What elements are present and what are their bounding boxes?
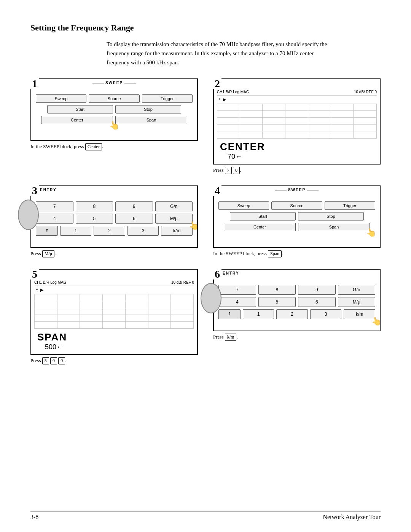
dial[interactable]: [18, 200, 39, 230]
sweep-btn-span[interactable]: Span: [115, 116, 187, 124]
entry-btn-8[interactable]: 8: [76, 201, 113, 211]
sweep-btn-start[interactable]: Start: [230, 212, 296, 220]
step-cell-6: 6 ENTRY789G/n456M/μ⇑123k/m👆Press k/m.: [213, 269, 381, 364]
finger-icon: 👆: [365, 227, 377, 238]
entry-btn-[interactable]: ⇑: [36, 226, 58, 236]
entry-btn-5[interactable]: 5: [76, 214, 113, 224]
steps-grid: 1SWEEPSweepSourceTriggerStartStopCenter👆…: [30, 78, 381, 364]
finger-icon: 👆: [188, 220, 200, 232]
dial[interactable]: [201, 283, 221, 313]
entry-btn-4[interactable]: 4: [36, 214, 73, 224]
sweep-btn-source[interactable]: Source: [271, 201, 322, 210]
display-box-2: 2CH1 B/R Log MAG10 dB/ REF 0*▶CENTER70←: [213, 78, 381, 165]
footer-page: 3-8: [30, 514, 38, 521]
sweep-btn-stop[interactable]: Stop: [115, 105, 181, 113]
sweep-btn-trigger[interactable]: Trigger: [142, 94, 193, 103]
sweep-btn-center[interactable]: Center: [224, 223, 296, 231]
sweep-btn-source[interactable]: Source: [89, 94, 139, 103]
entry-btn-9[interactable]: 9: [298, 285, 336, 295]
step-caption-1: In the SWEEP block, press Center.: [30, 143, 103, 150]
display-header-left: CH1 B/R Log MAG: [34, 280, 66, 284]
display-header-right: 10 dB/ REF 0: [354, 90, 377, 94]
entry-box-6: 6 ENTRY789G/n456M/μ⇑123k/m👆: [213, 269, 381, 331]
entry-btn-3[interactable]: 3: [310, 309, 342, 319]
sweep-btn-trigger[interactable]: Trigger: [325, 201, 375, 210]
entry-btn-2[interactable]: 2: [276, 309, 308, 319]
sweep-box-1: 1SWEEPSweepSourceTriggerStartStopCenter👆…: [30, 78, 198, 141]
display-big-value: 500←: [45, 343, 194, 351]
entry-btn-m[interactable]: M/μ👆: [155, 214, 193, 224]
entry-btn-6[interactable]: 6: [115, 214, 153, 224]
entry-btn-[interactable]: ⇑: [218, 309, 241, 319]
finger-icon: 👆: [108, 120, 120, 131]
step-cell-3: 3 ENTRY789G/n456M/μ👆⇑123k/mPress M/μ.: [30, 185, 198, 257]
display-header-right: 10 dB/ REF 0: [171, 280, 194, 284]
entry-btn-4[interactable]: 4: [218, 297, 256, 307]
display-star: *: [218, 97, 221, 102]
sweep-btn-center[interactable]: Center👆: [41, 116, 113, 124]
display-big-value: 70←: [228, 153, 377, 161]
step-caption-6: Press k/m.: [213, 334, 238, 341]
display-big-label: CENTER: [220, 141, 377, 153]
entry-box-3: 3 ENTRY789G/n456M/μ👆⇑123k/m: [30, 185, 198, 248]
entry-btn-1[interactable]: 1: [243, 309, 274, 319]
footer: 3-8 Network Analyzer Tour: [30, 511, 381, 521]
display-arrow: ▶: [40, 288, 43, 292]
page-title: Setting the Frequency Range: [30, 23, 381, 33]
entry-btn-7[interactable]: 7: [218, 285, 256, 295]
step-cell-1: 1SWEEPSweepSourceTriggerStartStopCenter👆…: [30, 78, 198, 174]
entry-btn-m[interactable]: M/μ: [338, 297, 376, 307]
intro-text: To display the transmission characterist…: [107, 40, 327, 67]
entry-btn-km[interactable]: k/m👆: [344, 309, 375, 319]
entry-btn-1[interactable]: 1: [60, 226, 92, 236]
entry-btn-6[interactable]: 6: [298, 297, 336, 307]
display-box-5: 5CH1 B/R Log MAG10 dB/ REF 0*▶SPAN500←: [30, 269, 198, 355]
sweep-btn-sweep[interactable]: Sweep: [218, 201, 269, 210]
display-big-label: SPAN: [37, 331, 194, 343]
display-star: *: [36, 288, 38, 292]
step-cell-5: 5CH1 B/R Log MAG10 dB/ REF 0*▶SPAN500←Pr…: [30, 269, 198, 364]
entry-btn-7[interactable]: 7: [36, 201, 73, 211]
entry-btn-gn[interactable]: G/n: [338, 285, 376, 295]
step-caption-2: Press 7 0.: [213, 167, 241, 174]
sweep-btn-stop[interactable]: Stop: [298, 212, 364, 220]
step-caption-3: Press M/μ.: [30, 250, 56, 257]
step-caption-5: Press 5 0 0.: [30, 357, 66, 364]
entry-btn-8[interactable]: 8: [258, 285, 296, 295]
step-cell-2: 2CH1 B/R Log MAG10 dB/ REF 0*▶CENTER70←P…: [213, 78, 381, 174]
sweep-btn-start[interactable]: Start: [47, 105, 113, 113]
entry-btn-9[interactable]: 9: [115, 201, 153, 211]
display-grid: [34, 294, 194, 329]
sweep-btn-span[interactable]: Span👆: [298, 223, 370, 231]
display-arrow: ▶: [223, 97, 226, 102]
entry-btn-5[interactable]: 5: [258, 297, 296, 307]
entry-btn-2[interactable]: 2: [94, 226, 125, 236]
display-grid: [217, 104, 377, 139]
step-caption-4: In the SWEEP block, press Span.: [213, 250, 283, 257]
sweep-box-4: 4SWEEPSweepSourceTriggerStartStopCenterS…: [213, 185, 381, 248]
sweep-btn-sweep[interactable]: Sweep: [36, 94, 86, 103]
display-header-left: CH1 B/R Log MAG: [217, 90, 249, 94]
entry-btn-km[interactable]: k/m: [161, 226, 193, 236]
finger-icon: 👆: [371, 316, 382, 327]
step-cell-4: 4SWEEPSweepSourceTriggerStartStopCenterS…: [213, 185, 381, 257]
entry-btn-3[interactable]: 3: [127, 226, 159, 236]
entry-btn-gn[interactable]: G/n: [155, 201, 193, 211]
footer-title: Network Analyzer Tour: [323, 514, 381, 521]
